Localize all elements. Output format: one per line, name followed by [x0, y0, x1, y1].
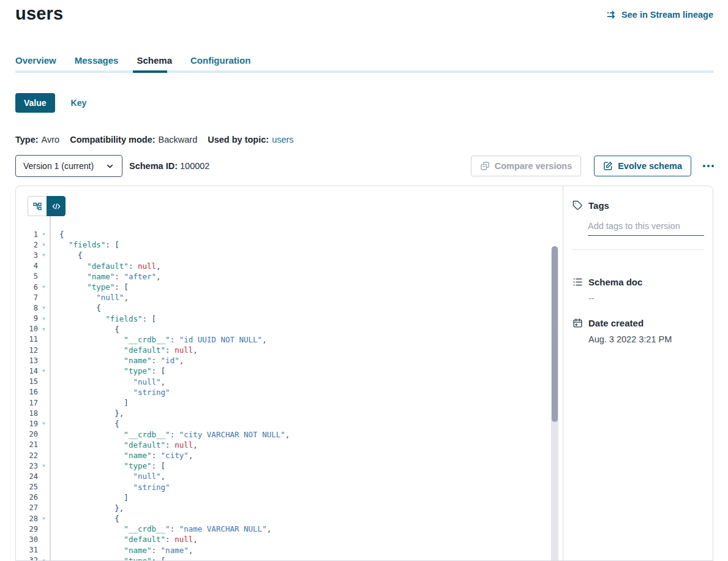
editor-scrollbar-thumb[interactable]: [552, 246, 558, 422]
stream-lineage-icon: [606, 9, 617, 20]
line-number: 17: [16, 399, 38, 407]
schema-doc-section-header: Schema doc: [572, 277, 704, 287]
gutter-line: 19▾: [16, 418, 50, 429]
compare-versions-button[interactable]: Compare versions: [471, 156, 582, 176]
fold-toggle-icon[interactable]: ▾: [38, 555, 50, 560]
line-number: 8: [16, 304, 38, 312]
code-view-button[interactable]: [47, 196, 66, 216]
version-bar: Version 1 (current) Schema ID: 100002: [15, 155, 209, 177]
line-number: 13: [16, 356, 38, 365]
version-select[interactable]: Version 1 (current): [15, 155, 122, 177]
code-line: "name": "city",: [59, 450, 550, 461]
gutter-line: 21: [16, 440, 50, 450]
code-line: "string": [59, 482, 550, 492]
code-line: {: [59, 250, 550, 260]
line-number: 6: [16, 283, 38, 292]
schema-json-editor[interactable]: 1▾2▾3▾456▾78▾9▾10▾11121314▾1516171819▾20…: [16, 216, 563, 560]
schema-doc-value: --: [588, 293, 704, 303]
gutter-line: 12: [16, 345, 50, 355]
line-number: 15: [16, 377, 38, 386]
editor-scrollbar[interactable]: [551, 246, 558, 560]
gutter-line: 5: [16, 271, 50, 282]
fold-toggle-icon[interactable]: ▾: [38, 461, 50, 471]
line-number: 24: [16, 472, 38, 481]
code-line: {: [59, 513, 550, 524]
edit-icon: [603, 161, 613, 171]
fold-toggle-icon[interactable]: ▾: [38, 366, 50, 376]
line-number: 29: [16, 525, 38, 533]
date-created-value: Aug. 3 2022 3:21 PM: [588, 334, 704, 344]
schema-code-panel: 1▾2▾3▾456▾78▾9▾10▾11121314▾1516171819▾20…: [16, 186, 563, 560]
fold-toggle-icon[interactable]: ▾: [38, 324, 50, 334]
line-number: 32: [16, 556, 38, 560]
code-line: "__crdb__": "city VARCHAR NOT NULL",: [59, 429, 550, 440]
fold-toggle-icon[interactable]: ▾: [38, 418, 50, 429]
stream-lineage-label: See in Stream lineage: [621, 10, 713, 20]
schema-actions: Compare versions Evolve schema: [471, 156, 716, 176]
code-line: "default": null,: [59, 440, 550, 450]
tree-view-icon: [32, 201, 42, 211]
add-tags-input[interactable]: [588, 219, 704, 236]
code-view-icon: [51, 201, 61, 211]
meta-type-label: Type:: [15, 135, 39, 145]
meta-used-by-topic-label: Used by topic:: [208, 135, 269, 145]
code-line: "type": [: [59, 555, 550, 560]
line-number: 9: [16, 314, 38, 323]
line-number: 27: [16, 503, 38, 512]
topic-link[interactable]: users: [272, 135, 293, 145]
gutter-line: 2▾: [16, 239, 50, 250]
fold-toggle-icon[interactable]: ▾: [38, 282, 50, 292]
line-number: 10: [16, 325, 38, 333]
fold-toggle-icon[interactable]: ▾: [38, 314, 50, 324]
fold-toggle-icon[interactable]: ▾: [38, 229, 50, 239]
editor-view-toggle: [28, 196, 66, 216]
code-line: },: [59, 503, 550, 513]
value-toggle-button[interactable]: Value: [15, 93, 55, 113]
gutter-line: 6▾: [16, 282, 50, 292]
stream-lineage-link[interactable]: See in Stream lineage: [606, 9, 713, 20]
evolve-schema-button[interactable]: Evolve schema: [594, 156, 691, 176]
gutter-line: 26: [16, 492, 50, 503]
code-line: "null",: [59, 377, 550, 387]
tree-view-button[interactable]: [28, 196, 47, 216]
gutter-line: 18: [16, 408, 50, 418]
code-line: },: [59, 408, 550, 418]
fold-toggle-icon[interactable]: ▾: [38, 239, 50, 250]
line-number: 1: [16, 230, 38, 239]
version-select-value: Version 1 (current): [23, 161, 94, 171]
code-line: {: [59, 324, 550, 334]
schema-id-label: Schema ID:: [129, 161, 178, 171]
code-line: "type": [: [59, 366, 550, 376]
more-options-button[interactable]: [700, 161, 716, 171]
gutter-line: 14▾: [16, 366, 50, 376]
list-icon: [572, 277, 583, 287]
gutter-line: 28▾: [16, 513, 50, 524]
code-line: "type": [: [59, 461, 550, 471]
compare-versions-icon: [480, 161, 490, 171]
schema-panel: 1▾2▾3▾456▾78▾9▾10▾11121314▾1516171819▾20…: [15, 186, 713, 561]
code-lines: { "fields": [ { "default": null, "name":…: [52, 216, 550, 560]
line-number: 22: [16, 451, 38, 460]
fold-toggle-icon[interactable]: ▾: [38, 303, 50, 313]
schema-id: Schema ID: 100002: [129, 161, 209, 171]
gutter-line: 31: [16, 545, 50, 555]
gutter-line: 7: [16, 292, 50, 303]
key-toggle-button[interactable]: Key: [71, 98, 87, 108]
gutter: 1▾2▾3▾456▾78▾9▾10▾11121314▾1516171819▾20…: [16, 216, 51, 560]
meta-compatibility-value: Backward: [159, 135, 198, 145]
gutter-line: 15: [16, 377, 50, 387]
line-number: 2: [16, 241, 38, 249]
code-line: ]: [59, 397, 550, 408]
line-number: 3: [16, 251, 38, 260]
fold-toggle-icon[interactable]: ▾: [38, 513, 50, 524]
code-line: "default": null,: [59, 261, 550, 271]
line-number: 18: [16, 409, 38, 418]
gutter-line: 25: [16, 482, 50, 492]
line-number: 26: [16, 493, 38, 502]
code-line: {: [59, 418, 550, 429]
code-line: {: [59, 303, 550, 313]
line-number: 4: [16, 262, 38, 270]
fold-toggle-icon[interactable]: ▾: [38, 250, 50, 260]
line-number: 25: [16, 483, 38, 491]
tags-title: Tags: [588, 200, 609, 211]
